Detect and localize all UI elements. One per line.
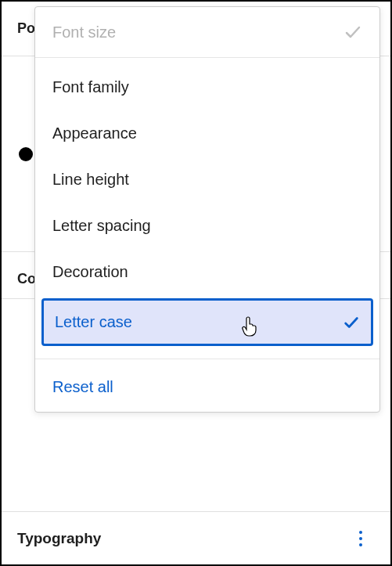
- typography-options-dropdown: Font size Font family Appearance Line he…: [34, 6, 380, 413]
- menu-item-label: Appearance: [52, 124, 137, 142]
- menu-item-label: Line height: [52, 171, 129, 189]
- menu-item-line-height[interactable]: Line height: [35, 157, 379, 203]
- color-swatch-black: [19, 147, 33, 161]
- menu-item-font-family[interactable]: Font family: [35, 64, 379, 110]
- menu-items-group: Font family Appearance Line height Lette…: [35, 58, 379, 355]
- check-icon: [343, 314, 360, 331]
- menu-item-letter-spacing[interactable]: Letter spacing: [35, 203, 379, 249]
- menu-item-decoration[interactable]: Decoration: [35, 249, 379, 295]
- menu-divider: [35, 359, 379, 359]
- menu-item-label: Letter case: [55, 313, 132, 331]
- menu-item-label: Font size: [52, 23, 116, 41]
- menu-item-label: Reset all: [52, 378, 113, 395]
- menu-item-label: Decoration: [52, 263, 128, 281]
- menu-item-reset-all[interactable]: Reset all: [35, 362, 379, 412]
- typography-label: Typography: [17, 530, 101, 547]
- typography-options-button[interactable]: [347, 525, 375, 553]
- menu-item-label: Font family: [52, 78, 129, 96]
- menu-item-appearance[interactable]: Appearance: [35, 110, 379, 157]
- menu-item-label: Letter spacing: [52, 217, 151, 235]
- kebab-icon: [359, 529, 362, 548]
- typography-panel-header: Typography: [2, 511, 390, 564]
- pointer-cursor-icon: [241, 316, 258, 337]
- menu-item-letter-case[interactable]: Letter case: [41, 298, 373, 346]
- check-icon: [343, 23, 362, 41]
- menu-item-font-size: Font size: [35, 7, 379, 58]
